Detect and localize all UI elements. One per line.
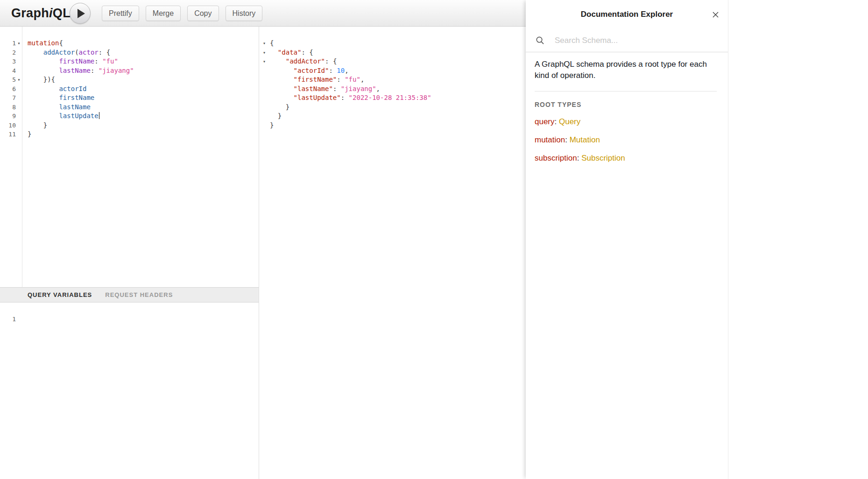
fold-spacer — [16, 48, 22, 57]
code-line[interactable]: 9 lastUpdate — [0, 112, 259, 121]
code-text: firstName: "fu" — [22, 57, 118, 66]
separator: : — [565, 135, 569, 144]
line-number: 1 — [0, 39, 16, 48]
code-line: } — [259, 112, 526, 121]
execute-query-button[interactable] — [70, 3, 91, 24]
text-cursor — [99, 112, 100, 119]
code-line[interactable]: 7 firstName — [0, 93, 259, 103]
fold-spacer — [16, 103, 22, 112]
code-line[interactable]: 10 } — [0, 121, 259, 130]
code-text: { — [270, 39, 274, 48]
code-text: "addActor": { — [270, 57, 337, 66]
code-line[interactable]: 1▾mutation{ — [0, 39, 259, 48]
line-number: 5 — [0, 75, 16, 85]
variables-code: 1 — [0, 303, 259, 324]
code-line[interactable]: 5▾ }){ — [0, 75, 259, 85]
code-text — [22, 315, 28, 324]
code-line[interactable]: 2 addActor(actor: { — [0, 48, 259, 57]
line-number: 6 — [0, 85, 16, 94]
root-type-subscription: subscription: Subscription — [535, 154, 717, 163]
fold-spacer — [16, 66, 22, 76]
separator: : — [577, 154, 581, 162]
doc-title: Documentation Explorer — [581, 10, 673, 19]
logo-ql: QL — [53, 6, 71, 20]
fold-spacer — [16, 57, 22, 66]
query-variables-editor[interactable]: 1 — [0, 303, 259, 479]
tab-request-headers[interactable]: REQUEST HEADERS — [105, 291, 173, 298]
code-text: } — [270, 112, 282, 121]
code-text: firstName — [22, 93, 94, 103]
fold-spacer — [259, 112, 270, 121]
result-code: ▾{▾ "data": {▾ "addActor": { "actorId": … — [259, 27, 526, 130]
fold-spacer — [259, 85, 270, 94]
fold-spacer — [16, 85, 22, 94]
code-line: } — [259, 103, 526, 112]
code-line[interactable]: 3 firstName: "fu" — [0, 57, 259, 66]
line-number: 7 — [0, 93, 16, 103]
code-line[interactable]: 1 — [0, 315, 259, 324]
code-line[interactable]: 8 lastName — [0, 103, 259, 112]
code-line[interactable]: 6 actorId — [0, 85, 259, 94]
tab-query-variables[interactable]: QUERY VARIABLES — [28, 291, 92, 298]
code-text: } — [270, 121, 274, 130]
line-number: 8 — [0, 103, 16, 112]
query-editor[interactable]: 1▾mutation{2 addActor(actor: {3 firstNam… — [0, 27, 259, 287]
root-type-keyword: subscription — [535, 154, 577, 162]
editor-column: 1▾mutation{2 addActor(actor: {3 firstNam… — [0, 27, 259, 479]
doc-title-bar: Documentation Explorer — [526, 0, 728, 29]
line-number: 4 — [0, 66, 16, 76]
root-types-heading: ROOT TYPES — [535, 101, 717, 108]
fold-spacer — [16, 121, 22, 130]
fold-spacer — [259, 66, 270, 76]
result-viewer: ▾{▾ "data": {▾ "addActor": { "actorId": … — [259, 27, 526, 479]
schema-intro-text: A GraphQL schema provides a root type fo… — [535, 59, 717, 81]
search-icon — [536, 36, 544, 45]
fold-arrow-icon[interactable]: ▾ — [16, 75, 22, 85]
logo-i: i — [49, 6, 53, 20]
code-text: }){ — [22, 75, 55, 85]
workspace: 1▾mutation{2 addActor(actor: {3 firstNam… — [0, 27, 526, 479]
fold-spacer — [259, 93, 270, 103]
doc-search-bar — [526, 29, 728, 52]
fold-arrow-icon[interactable]: ▾ — [16, 39, 22, 48]
divider — [535, 91, 717, 92]
fold-arrow-icon[interactable]: ▾ — [259, 39, 270, 48]
code-text: "actorId": 10, — [270, 66, 349, 76]
code-text: } — [270, 103, 289, 112]
graphiql-logo: GraphiQL — [11, 6, 71, 21]
code-line[interactable]: 4 lastName: "jiayang" — [0, 66, 259, 76]
root-type-query: query: Query — [535, 117, 717, 127]
code-text: "data": { — [270, 48, 313, 57]
type-link-subscription[interactable]: Subscription — [581, 154, 625, 162]
prettify-button[interactable]: Prettify — [102, 6, 139, 21]
fold-spacer — [16, 112, 22, 121]
fold-spacer — [259, 103, 270, 112]
secondary-editor-tabs: QUERY VARIABLES REQUEST HEADERS — [0, 287, 259, 303]
type-link-mutation[interactable]: Mutation — [570, 135, 600, 144]
code-line[interactable]: 11} — [0, 130, 259, 139]
code-text: actorId — [22, 85, 86, 94]
code-line: "actorId": 10, — [259, 66, 526, 76]
code-text: addActor(actor: { — [22, 48, 110, 57]
type-link-query[interactable]: Query — [559, 117, 580, 126]
history-button[interactable]: History — [226, 6, 263, 21]
code-line: ▾{ — [259, 39, 526, 48]
code-text: lastName: "jiayang" — [22, 66, 134, 76]
graphiql-app: GraphiQL Prettify Merge Copy History 1▾m… — [0, 0, 868, 479]
close-icon[interactable] — [710, 9, 720, 20]
fold-spacer — [259, 121, 270, 130]
line-number: 1 — [0, 315, 16, 324]
fold-spacer — [259, 75, 270, 85]
code-text: "firstName": "fu", — [270, 75, 364, 85]
toolbar: GraphiQL Prettify Merge Copy History — [0, 0, 526, 27]
merge-button[interactable]: Merge — [146, 6, 181, 21]
line-number: 9 — [0, 112, 16, 121]
fold-arrow-icon[interactable]: ▾ — [259, 57, 270, 66]
line-number: 2 — [0, 48, 16, 57]
copy-button[interactable]: Copy — [187, 6, 219, 21]
fold-arrow-icon[interactable]: ▾ — [259, 48, 270, 57]
search-schema-input[interactable] — [555, 36, 704, 45]
root-type-mutation: mutation: Mutation — [535, 135, 717, 145]
root-type-keyword: mutation — [535, 135, 565, 144]
logo-graph: Graph — [11, 6, 49, 20]
